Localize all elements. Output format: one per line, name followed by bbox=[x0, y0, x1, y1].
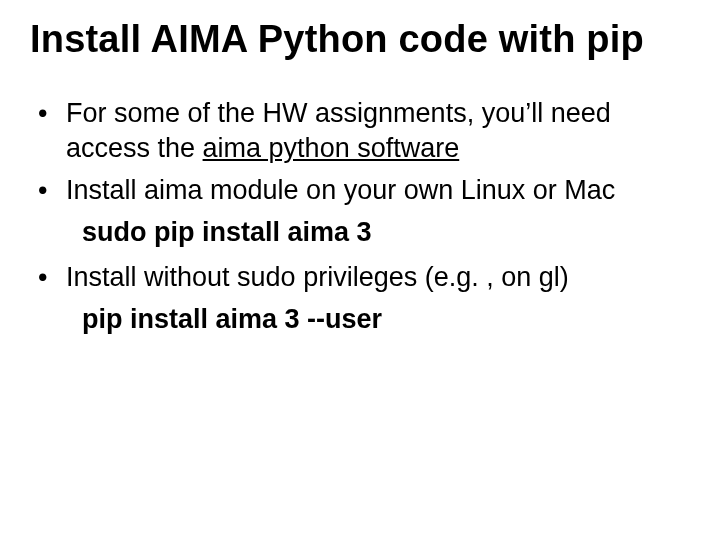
command-user-install: pip install aima 3 --user bbox=[30, 302, 690, 338]
bullet-item-1: For some of the HW assignments, you’ll n… bbox=[30, 96, 690, 167]
aima-software-link[interactable]: aima python software bbox=[203, 133, 460, 163]
slide: Install AIMA Python code with pip For so… bbox=[0, 0, 720, 540]
command-sudo-install: sudo pip install aima 3 bbox=[30, 215, 690, 251]
bullet-item-2: Install aima module on your own Linux or… bbox=[30, 173, 690, 209]
bullet-3-text: Install without sudo privileges (e.g. , … bbox=[66, 262, 569, 292]
bullet-list: For some of the HW assignments, you’ll n… bbox=[30, 96, 690, 338]
slide-title: Install AIMA Python code with pip bbox=[30, 18, 690, 62]
bullet-item-3: Install without sudo privileges (e.g. , … bbox=[30, 260, 690, 296]
bullet-2-text: Install aima module on your own Linux or… bbox=[66, 175, 615, 205]
